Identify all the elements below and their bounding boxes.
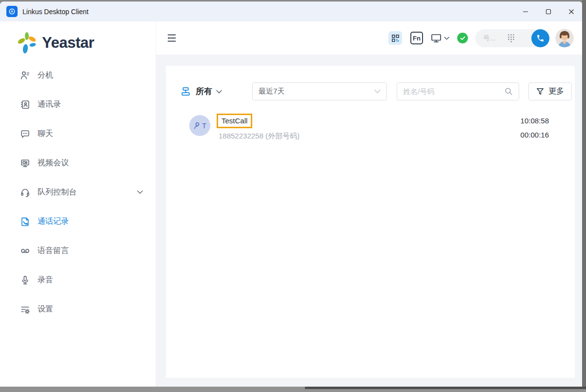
sidebar-item-label: 视频会议 <box>38 158 69 168</box>
chevron-down-icon[interactable] <box>137 190 143 194</box>
dial-search-pill <box>475 29 549 47</box>
chevron-down-icon <box>444 37 449 40</box>
call-duration: 00:00:16 <box>521 131 549 139</box>
call-log-panel: 所有 最近7天 <box>166 66 575 378</box>
person-icon <box>193 121 202 130</box>
desktop-edge-bottom <box>0 387 586 392</box>
date-range-select[interactable]: 最近7天 <box>252 82 387 100</box>
chat-bubble-icon <box>20 128 30 139</box>
sidebar-item-settings[interactable]: 设置 <box>0 294 156 324</box>
more-filters-button[interactable]: 更多 <box>528 82 572 100</box>
sidebar-item-call-logs[interactable]: 通话记录 <box>0 207 156 236</box>
main-area: Fn <box>156 21 583 387</box>
sidebar-item-label: 分机 <box>38 70 53 80</box>
sidebar-item-label: 通讯录 <box>38 99 61 110</box>
app-window: Linkus Desktop Client <box>0 1 583 387</box>
window-title: Linkus Desktop Client <box>22 8 88 16</box>
check-icon <box>460 36 465 40</box>
sidebar-item-label: 设置 <box>38 304 53 314</box>
titlebar: Linkus Desktop Client <box>0 1 583 21</box>
highlight-annotation-box: TestCall <box>217 114 252 128</box>
settings-icon <box>20 304 30 314</box>
desktop-edge-right <box>582 0 586 392</box>
call-scope-filter[interactable]: 所有 <box>181 86 222 97</box>
yeastar-logo: Yeastar <box>17 31 156 55</box>
filter-bar: 所有 最近7天 <box>181 82 572 100</box>
sidebar-nav: 分机 通讯录 <box>0 60 156 324</box>
topbar: Fn <box>156 21 583 55</box>
content-background: 所有 最近7天 <box>156 55 583 387</box>
desktop-edge-shadow <box>305 387 586 389</box>
name-number-search <box>397 82 519 100</box>
sidebar-item-label: 聊天 <box>38 129 53 139</box>
contact-avatar: T <box>189 115 210 136</box>
presence-status-available[interactable] <box>457 33 468 43</box>
topbar-right-cluster: Fn <box>388 29 574 47</box>
call-log-icon <box>20 216 30 227</box>
monitor-icon <box>431 33 442 43</box>
sidebar: Yeastar 分机 <box>0 21 156 387</box>
extensions-person-icon <box>20 70 30 80</box>
collapse-sidebar-icon[interactable] <box>166 33 177 43</box>
screen-share-button[interactable] <box>431 33 449 43</box>
sidebar-item-label: 通话记录 <box>38 216 69 227</box>
call-times: 10:08:58 00:00:16 <box>521 114 549 139</box>
search-input[interactable] <box>403 87 505 96</box>
call-row-main: TestCall 18852232258 (外部号码) <box>217 114 521 141</box>
sidebar-item-video-conference[interactable]: 视频会议 <box>0 148 156 177</box>
linkus-app-icon <box>6 6 18 17</box>
microphone-icon <box>20 274 30 285</box>
sidebar-item-chat[interactable]: 聊天 <box>0 119 156 148</box>
sidebar-item-extensions[interactable]: 分机 <box>0 60 156 90</box>
dialpad-icon[interactable] <box>507 34 515 43</box>
phone-icon <box>536 34 545 42</box>
video-conference-icon <box>20 157 30 168</box>
address-book-icon <box>20 99 30 110</box>
voicemail-icon <box>20 245 30 256</box>
date-range-value: 最近7天 <box>259 87 284 96</box>
sidebar-item-label: 语音留言 <box>38 246 69 256</box>
chevron-down-icon <box>374 89 381 94</box>
function-keys-button[interactable]: Fn <box>410 32 423 44</box>
sidebar-item-label: 录音 <box>38 275 53 285</box>
user-avatar[interactable] <box>555 29 574 47</box>
minimize-button[interactable] <box>514 1 537 21</box>
search-icon[interactable] <box>505 87 513 96</box>
more-button-label: 更多 <box>548 86 564 97</box>
dial-number-input[interactable] <box>483 34 507 42</box>
sidebar-item-label: 队列控制台 <box>38 187 77 197</box>
sidebar-item-voicemail[interactable]: 语音留言 <box>0 236 156 265</box>
funnel-filter-icon <box>536 87 544 96</box>
fn-label: Fn <box>413 35 421 42</box>
call-time: 10:08:58 <box>521 117 549 125</box>
maximize-button[interactable] <box>537 1 560 21</box>
contact-number: 18852232258 (外部号码) <box>219 132 521 141</box>
sidebar-item-queue-console[interactable]: 队列控制台 <box>0 177 156 207</box>
chevron-down-icon <box>216 90 222 94</box>
window-controls <box>514 1 583 21</box>
contact-name: TestCall <box>222 117 247 125</box>
sidebar-item-recordings[interactable]: 录音 <box>0 265 156 294</box>
headset-icon <box>20 187 30 197</box>
scope-filter-label: 所有 <box>196 86 212 97</box>
sidebar-item-contacts[interactable]: 通讯录 <box>0 90 156 119</box>
call-status-filter-icon <box>181 86 191 97</box>
brand-name: Yeastar <box>42 34 94 52</box>
qr-code-button[interactable] <box>388 31 402 45</box>
call-log-row[interactable]: T TestCall 18852232258 (外部号码) 10:08:58 0… <box>181 114 572 141</box>
avatar-letter: T <box>202 121 206 130</box>
make-call-button[interactable] <box>531 29 549 47</box>
close-button[interactable] <box>560 1 583 21</box>
yeastar-logo-mark <box>17 31 39 55</box>
